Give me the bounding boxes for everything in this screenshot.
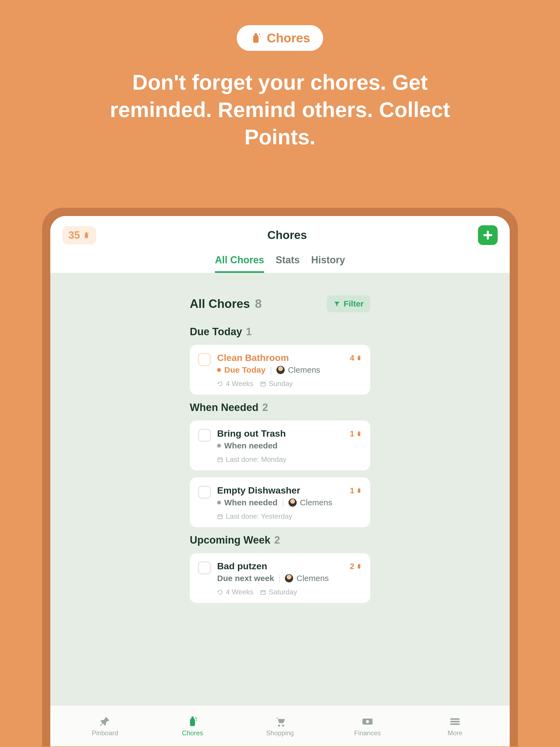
- nav-label: Pinboard: [92, 729, 118, 737]
- svg-point-18: [278, 725, 280, 726]
- bottle-icon: [250, 32, 262, 44]
- avatar: [288, 498, 297, 507]
- chore-card[interactable]: Clean Bathroom 4 Due Today|Clemens 4 Wee…: [190, 345, 370, 394]
- meta-item: Last done: Yesterday: [217, 512, 292, 521]
- nav-finances[interactable]: Finances: [343, 716, 392, 737]
- svg-point-2: [88, 232, 89, 233]
- svg-point-1: [260, 36, 261, 37]
- chore-title: Bad putzen: [217, 561, 267, 571]
- status-row: Due Today|Clemens: [217, 365, 362, 375]
- content-area: All Chores 8 Filter Due Today1 Clean: [50, 273, 510, 746]
- meta-row: Last done: Monday: [217, 455, 362, 464]
- assignee: Clemens: [297, 574, 329, 583]
- meta-text: Last done: Monday: [226, 455, 286, 464]
- assignee: Clemens: [300, 498, 332, 507]
- bottle-icon: [186, 716, 199, 728]
- status-dot: [217, 368, 221, 372]
- svg-point-14: [361, 565, 361, 566]
- svg-point-3: [88, 234, 89, 234]
- chore-card[interactable]: Empty Dishwasher 1 When needed|Clemens L…: [190, 478, 370, 527]
- calendar-icon: [217, 457, 223, 463]
- status-text: Due next week: [217, 574, 274, 583]
- bottom-nav: Pinboard Chores Shopping Finances: [50, 705, 510, 746]
- meta-item: 4 Weeks: [217, 380, 253, 388]
- repeat-icon: [217, 589, 223, 595]
- calendar-icon: [260, 589, 266, 595]
- filter-icon: [333, 300, 340, 307]
- chore-checkbox[interactable]: [198, 486, 211, 499]
- page-title: Chores: [268, 229, 307, 242]
- cart-icon: [273, 716, 287, 728]
- meta-text: Sunday: [269, 380, 293, 388]
- nav-shopping[interactable]: Shopping: [255, 716, 305, 737]
- add-button[interactable]: [478, 225, 498, 245]
- status-dot: [217, 444, 221, 447]
- points-chip[interactable]: 35: [62, 226, 96, 244]
- app-screen: 35 Chores All Chores Stats History: [50, 216, 510, 746]
- tabs: All Chores Stats History: [62, 254, 498, 273]
- meta-text: Saturday: [269, 588, 297, 596]
- hero-headline: Don't forget your chores. Get reminded. …: [88, 69, 472, 151]
- chore-points: 2: [350, 562, 362, 571]
- svg-point-10: [360, 488, 361, 489]
- nav-pinboard[interactable]: Pinboard: [80, 716, 130, 737]
- group-header: Due Today1: [190, 326, 370, 338]
- svg-point-5: [361, 357, 361, 357]
- money-icon: [361, 716, 374, 728]
- nav-label: Finances: [354, 729, 381, 737]
- filter-button[interactable]: Filter: [327, 295, 370, 312]
- filter-label: Filter: [344, 299, 364, 308]
- all-chores-header: All Chores 8: [190, 297, 262, 311]
- group-count: 2: [262, 402, 268, 413]
- chore-checkbox[interactable]: [198, 429, 211, 442]
- meta-row: 4 WeeksSaturday: [217, 588, 362, 596]
- chore-checkbox[interactable]: [198, 353, 211, 366]
- svg-point-4: [360, 356, 361, 356]
- nav-more[interactable]: More: [430, 716, 480, 737]
- top-bar-row: 35 Chores: [62, 224, 498, 247]
- group-title: Due Today: [190, 326, 242, 338]
- points-value: 35: [68, 229, 80, 241]
- calendar-icon: [260, 381, 266, 387]
- pin-icon: [98, 716, 112, 728]
- tab-history[interactable]: History: [311, 254, 345, 273]
- chore-title: Clean Bathroom: [217, 353, 289, 363]
- group-count: 1: [246, 326, 252, 338]
- bottle-icon: [356, 488, 362, 493]
- bottle-icon: [82, 231, 90, 239]
- top-bar: 35 Chores All Chores Stats History: [50, 216, 510, 273]
- status-row: Due next week|Clemens: [217, 574, 362, 583]
- tab-all-chores[interactable]: All Chores: [215, 254, 264, 273]
- group-header: When Needed2: [190, 402, 370, 413]
- status-row: When needed|Clemens: [217, 498, 362, 507]
- chore-card[interactable]: Bring out Trash 1 When needed Last done:…: [190, 420, 370, 470]
- group-title: When Needed: [190, 402, 258, 413]
- chore-card[interactable]: Bad putzen 2 Due next week|Clemens 4 Wee…: [190, 553, 370, 603]
- separator: |: [270, 365, 272, 375]
- svg-rect-9: [218, 458, 223, 462]
- tab-stats[interactable]: Stats: [276, 254, 300, 273]
- chore-checkbox[interactable]: [198, 561, 211, 574]
- meta-row: Last done: Yesterday: [217, 512, 362, 521]
- section-header: All Chores 8 Filter: [190, 295, 370, 312]
- svg-point-7: [360, 432, 361, 432]
- menu-icon: [448, 716, 462, 728]
- nav-chores[interactable]: Chores: [168, 716, 217, 737]
- meta-item: Last done: Monday: [217, 455, 286, 464]
- svg-point-16: [195, 717, 197, 719]
- section-count: 8: [255, 297, 262, 310]
- svg-point-13: [360, 564, 361, 565]
- nav-label: More: [448, 729, 463, 737]
- bottle-icon: [356, 431, 362, 437]
- nav-label: Shopping: [266, 729, 294, 737]
- avatar: [285, 574, 293, 583]
- svg-rect-15: [261, 590, 265, 594]
- assignee: Clemens: [288, 365, 320, 375]
- meta-item: Sunday: [260, 380, 293, 388]
- chore-title: Bring out Trash: [217, 428, 286, 439]
- meta-text: 4 Weeks: [226, 588, 253, 596]
- separator: |: [278, 574, 281, 583]
- svg-rect-6: [261, 382, 265, 386]
- status-dot: [217, 500, 221, 505]
- group-count: 2: [274, 534, 280, 546]
